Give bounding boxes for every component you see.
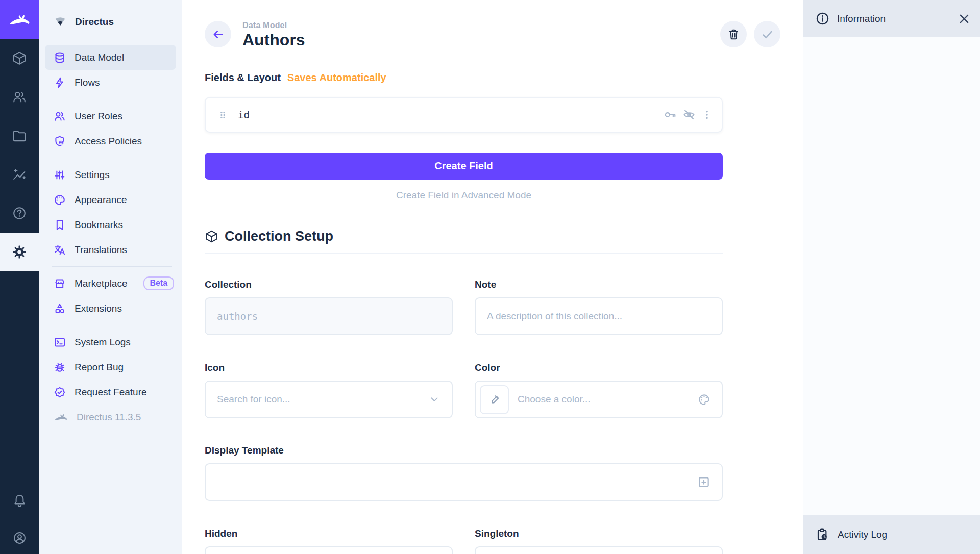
close-icon [958,12,971,26]
version-label: Directus 11.3.5 [77,412,141,423]
signal-fan-icon [53,15,67,29]
notifications-button[interactable] [0,484,39,517]
icon-label: Icon [205,362,453,373]
nav-item-report-bug[interactable]: Report Bug [45,355,176,380]
activity-log-button[interactable]: Activity Log [803,515,980,554]
chevron-down-icon[interactable] [428,393,440,406]
nav-item-label: Flows [75,77,100,88]
display-template-input[interactable] [217,476,691,488]
nav-item-user-roles[interactable]: User Roles [45,104,176,129]
nav-item-label: Report Bug [75,362,124,373]
collection-input-wrap [205,297,453,335]
terminal-icon [54,336,66,348]
delete-collection-button[interactable] [720,21,747,47]
color-input[interactable] [518,394,692,405]
module-users[interactable] [0,78,39,116]
nav-item-label: Bookmarks [75,219,123,231]
singleton-input-wrap [475,546,723,554]
nav-divider [52,158,172,158]
plus-box-icon[interactable] [697,475,710,489]
form-row-collection-note: Collection Note [205,279,723,335]
nav-item-appearance[interactable]: Appearance [45,187,176,212]
nav-item-label: User Roles [75,111,122,122]
info-sidebar-body [803,37,980,515]
info-sidebar-header: Information [803,0,980,37]
note-input[interactable] [487,311,710,322]
module-bar [0,0,39,554]
icon-search-input[interactable] [217,394,422,405]
insights-icon [12,167,27,182]
directus-rabbit-icon [8,12,31,27]
info-sidebar: Information Activity Log [803,0,980,554]
nav-item-system-logs[interactable]: System Logs [45,330,176,355]
settings-nav-sidebar: Directus Data Model Flows User Roles Acc… [39,0,182,554]
nav-divider [52,325,172,325]
collection-input [217,311,440,322]
icon-input-wrap [205,381,453,418]
collection-setup-title: Collection Setup [225,229,333,244]
module-settings[interactable] [0,233,39,271]
nav-item-access-policies[interactable]: Access Policies [45,129,176,154]
breadcrumb[interactable]: Data Model [242,21,305,30]
project-header[interactable]: Directus [39,0,182,44]
singleton-label: Singleton [475,528,723,539]
folder-icon [12,128,27,143]
nav-item-data-model[interactable]: Data Model [45,45,176,70]
field-row-icons [664,108,713,121]
nav-item-bookmarks[interactable]: Bookmarks [45,212,176,237]
create-field-button[interactable]: Create Field [205,153,723,180]
kebab-menu-icon[interactable] [701,109,713,120]
field-row-id[interactable]: id [205,97,723,133]
box-icon [205,230,218,243]
module-content[interactable] [0,39,39,78]
database-icon [54,52,66,64]
drag-handle-icon[interactable] [217,110,228,120]
close-sidebar-button[interactable] [958,12,971,26]
sliders-icon [54,169,66,181]
color-input-wrap [475,381,723,418]
bug-icon [54,361,66,373]
nav-item-request-feature[interactable]: Request Feature [45,380,176,405]
nav-item-translations[interactable]: Translations [45,237,176,262]
note-input-wrap [475,297,723,335]
page-title: Authors [242,31,305,49]
nav-divider [52,266,172,267]
color-field-group: Color [475,362,723,418]
nav-item-label: Marketplace [75,278,128,289]
nav-item-extensions[interactable]: Extensions [45,296,176,321]
bookmark-icon [54,219,66,231]
save-button[interactable] [754,21,780,47]
nav-item-marketplace[interactable]: Marketplace Beta [45,271,176,296]
content-column: Fields & Layout Saves Automatically id C… [205,72,723,554]
module-files[interactable] [0,116,39,155]
directus-logo[interactable] [0,0,39,39]
nav-item-label: System Logs [75,337,131,348]
eyedropper-button[interactable] [480,385,509,414]
back-button[interactable] [205,21,231,47]
title-block: Data Model Authors [242,21,305,49]
module-insights[interactable] [0,155,39,194]
module-help[interactable] [0,194,39,233]
eyedropper-icon [488,393,501,406]
header-actions [720,21,780,47]
nav-item-label: Settings [75,169,110,181]
nav-item-label: Appearance [75,194,127,206]
nav-item-label: Extensions [75,303,122,314]
nav-item-settings[interactable]: Settings [45,162,176,187]
box-icon [12,51,27,66]
form-row-icon-color: Icon Color [205,362,723,418]
nav-item-label: Access Policies [75,136,142,147]
eye-off-icon [682,108,696,121]
palette-icon[interactable] [698,393,710,406]
nav-item-flows[interactable]: Flows [45,70,176,95]
account-button[interactable] [0,521,39,554]
module-bar-spacer [0,271,39,484]
advanced-mode-link[interactable]: Create Field in Advanced Mode [205,190,723,201]
fields-layout-label: Fields & Layout [205,72,281,84]
display-template-label: Display Template [205,445,723,456]
beta-badge: Beta [143,276,175,290]
clipboard-clock-icon [816,528,829,541]
icon-field-group: Icon [205,362,453,418]
nav-item-version: Directus 11.3.5 [45,405,176,430]
display-template-group: Display Template [205,445,723,501]
